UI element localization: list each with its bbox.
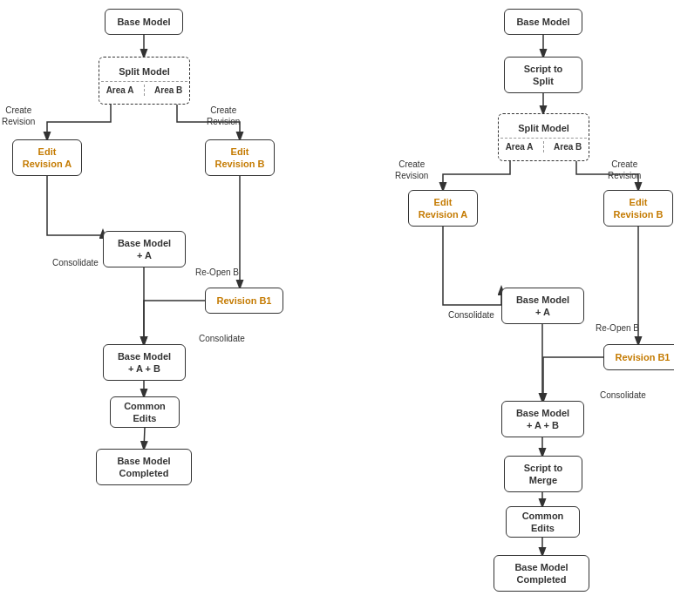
right-label-reopen-b: Re-Open B (596, 322, 639, 334)
right-edit-revision-a: EditRevision A (408, 190, 478, 227)
left-label-consolidate-a: Consolidate (52, 257, 99, 268)
right-label-create-revision-a: CreateRevision (395, 159, 428, 181)
left-label-reopen-b: Re-Open B (195, 267, 239, 278)
right-base-model-a: Base Model+ A (501, 288, 584, 324)
right-label-consolidate-a: Consolidate (448, 309, 494, 321)
left-label-create-revision-a: CreateRevision (2, 105, 35, 127)
left-edit-revision-a: EditRevision A (12, 139, 82, 176)
right-script-to-split: Script toSplit (504, 57, 582, 93)
right-split-model: Split Model Area A Area B (498, 113, 589, 161)
left-edit-revision-b: EditRevision B (205, 139, 275, 176)
right-edit-revision-b: EditRevision B (603, 190, 673, 227)
left-revision-b1: Revision B1 (205, 288, 283, 314)
right-area-b: Area B (554, 141, 582, 152)
right-base-model-ab: Base Model+ A + B (501, 401, 584, 437)
left-area-a: Area A (106, 85, 134, 96)
right-split-model-label: Split Model (518, 122, 569, 134)
right-base-model: Base Model (504, 9, 582, 35)
svg-line-3 (144, 428, 145, 449)
main-diagram: Base Model Split Model Area A Area B Edi… (0, 0, 674, 616)
left-split-model-label: Split Model (119, 65, 170, 78)
right-common-edits: CommonEdits (506, 506, 580, 538)
left-label-consolidate-b: Consolidate (199, 333, 245, 344)
left-base-model-a: Base Model+ A (103, 231, 186, 267)
right-label-create-revision-b: CreateRevision (608, 159, 641, 181)
left-base-model-completed: Base ModelCompleted (96, 449, 192, 485)
left-area-b: Area B (154, 85, 182, 96)
left-base-model: Base Model (105, 9, 183, 35)
left-label-create-revision-b: CreateRevision (207, 105, 240, 127)
right-revision-b1: Revision B1 (603, 344, 674, 370)
left-base-model-ab: Base Model+ A + B (103, 344, 186, 381)
right-label-consolidate-b: Consolidate (600, 389, 646, 401)
left-split-model: Split Model Area A Area B (99, 57, 190, 105)
right-base-model-completed: Base ModelCompleted (494, 555, 589, 592)
right-area-a: Area A (506, 141, 534, 152)
right-script-to-merge: Script toMerge (504, 456, 582, 492)
left-common-edits: CommonEdits (110, 396, 180, 428)
